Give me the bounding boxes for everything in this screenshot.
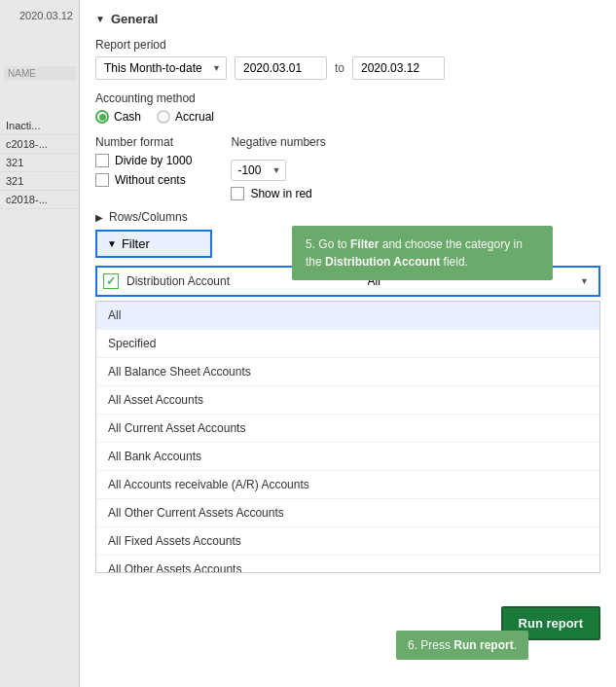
step5-text-end: field. <box>440 255 468 269</box>
period-select[interactable]: This Month-to-date This Month Last Month… <box>95 56 227 80</box>
negative-numbers-group: Negative numbers -100 (100) ▼ Show in re… <box>231 135 325 200</box>
without-cents-checkbox[interactable] <box>95 173 109 187</box>
main-content: ▼ General Report period This Month-to-da… <box>80 0 616 687</box>
accrual-radio-option[interactable]: Accrual <box>157 110 214 124</box>
accounting-method-label: Accounting method <box>95 91 600 105</box>
date-from-input[interactable] <box>235 56 327 80</box>
divide-by-1000-checkbox[interactable] <box>95 154 109 167</box>
report-period-row: This Month-to-date This Month Last Month… <box>95 56 600 80</box>
negative-numbers-select[interactable]: -100 (100) <box>231 160 286 181</box>
show-in-red-checkbox[interactable] <box>231 187 244 200</box>
accounting-method-group: Accounting method Cash Accrual <box>95 91 600 124</box>
rows-columns-section[interactable]: ▶ Rows/Columns <box>95 210 600 224</box>
rows-cols-label: Rows/Columns <box>109 210 188 224</box>
rows-cols-expand-icon[interactable]: ▶ <box>95 212 103 223</box>
distribution-dropdown-list: All Specified All Balance Sheet Accounts… <box>95 301 600 573</box>
dropdown-item-asset-accounts[interactable]: All Asset Accounts <box>96 386 599 415</box>
dropdown-item-balance-sheet[interactable]: All Balance Sheet Accounts <box>96 358 599 386</box>
show-in-red-label: Show in red <box>250 187 311 200</box>
step6-suffix: . <box>514 638 517 652</box>
general-collapse-icon[interactable]: ▼ <box>95 14 105 24</box>
list-item: 321 <box>0 172 79 191</box>
to-separator: to <box>335 61 344 75</box>
number-format-label: Number format <box>95 135 192 149</box>
distribution-checkbox[interactable]: ✓ <box>103 273 119 289</box>
neg-select-wrapper: -100 (100) ▼ <box>231 160 286 181</box>
dropdown-item-current-asset[interactable]: All Current Asset Accounts <box>96 415 599 443</box>
dropdown-item-specified[interactable]: Specified <box>96 330 599 358</box>
step5-tooltip: 5. Go to Filter and choose the category … <box>292 226 553 280</box>
dropdown-item-all[interactable]: All <box>96 302 599 330</box>
cash-radio-button[interactable] <box>95 110 109 124</box>
step6-prefix: 6. Press <box>408 638 453 652</box>
dropdown-item-bank-accounts[interactable]: All Bank Accounts <box>96 443 599 471</box>
negative-numbers-label: Negative numbers <box>231 135 325 149</box>
dropdown-item-fixed-assets[interactable]: All Fixed Assets Accounts <box>96 527 599 556</box>
cash-label: Cash <box>114 110 141 124</box>
filter-expand-icon: ▼ <box>107 238 117 249</box>
checkbox-group: Divide by 1000 Without cents <box>95 154 192 187</box>
accrual-radio-button[interactable] <box>157 110 170 124</box>
sidebar-name-label: NAME <box>8 68 36 79</box>
sidebar-date: 2020.03.12 <box>18 8 75 23</box>
number-format-group: Number format Divide by 1000 Without cen… <box>95 135 192 187</box>
step5-filter-bold: Filter <box>350 237 379 251</box>
filter-header[interactable]: ▼ Filter <box>95 230 212 258</box>
filter-section: ▼ Filter ✓ Distribution Account All Spec… <box>95 230 600 573</box>
report-period-label: Report period <box>95 38 600 52</box>
divide-by-1000-option[interactable]: Divide by 1000 <box>95 154 192 167</box>
step6-tooltip: 6. Press Run report. <box>396 631 528 660</box>
without-cents-label: Without cents <box>115 173 186 187</box>
accrual-label: Accrual <box>175 110 214 124</box>
left-sidebar: 2020.03.12 NAME Inacti... c2018-... 321 … <box>0 0 80 687</box>
cash-radio-option[interactable]: Cash <box>95 110 141 124</box>
step5-text-before: 5. Go to <box>306 237 350 251</box>
filter-label: Filter <box>122 236 150 251</box>
neg-select-row: -100 (100) ▼ <box>231 160 325 181</box>
show-in-red-option[interactable]: Show in red <box>231 187 325 200</box>
accounting-method-row: Cash Accrual <box>95 110 600 124</box>
dropdown-item-ar-accounts[interactable]: All Accounts receivable (A/R) Accounts <box>96 471 599 499</box>
without-cents-option[interactable]: Without cents <box>95 173 192 187</box>
general-label: General <box>111 12 158 26</box>
divide-by-1000-label: Divide by 1000 <box>115 154 192 167</box>
list-item: c2018-... <box>0 191 79 209</box>
step6-run-bold: Run report <box>453 638 513 652</box>
step5-field-bold: Distribution Account <box>325 255 440 269</box>
report-period-group: Report period This Month-to-date This Mo… <box>95 38 600 80</box>
dropdown-item-other-assets[interactable]: All Other Assets Accounts <box>96 556 599 573</box>
date-to-input[interactable] <box>352 56 445 80</box>
number-format-row: Number format Divide by 1000 Without cen… <box>95 135 600 200</box>
general-section-header: ▼ General <box>95 12 600 26</box>
distribution-checkmark-icon: ✓ <box>106 274 116 288</box>
list-item: Inacti... <box>0 117 79 135</box>
period-select-wrapper: This Month-to-date This Month Last Month… <box>95 56 227 80</box>
dropdown-item-other-current[interactable]: All Other Current Assets Accounts <box>96 499 599 527</box>
list-item: c2018-... <box>0 135 79 154</box>
list-item: 321 <box>0 154 79 172</box>
sidebar-items-list: Inacti... c2018-... 321 321 c2018-... <box>0 117 79 209</box>
main-container: 2020.03.12 NAME Inacti... c2018-... 321 … <box>0 0 616 687</box>
